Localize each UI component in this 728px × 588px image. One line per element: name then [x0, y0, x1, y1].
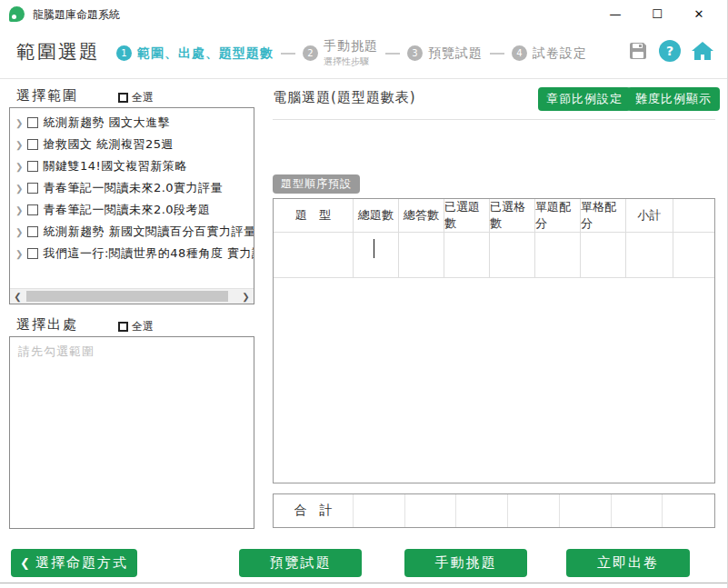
range-section-title: 選擇範圍 [16, 87, 78, 105]
range-tree-item[interactable]: ❯關鍵雙14!國文複習新策略 [10, 155, 254, 177]
generate-paper-button[interactable]: 立即出卷 [566, 549, 690, 577]
cell-extra[interactable] [673, 233, 714, 278]
expand-chevron-icon[interactable]: ❯ [15, 227, 23, 237]
range-tree-item[interactable]: ❯統測新趨勢 新國文閱讀百分百實力評量 [10, 221, 254, 243]
total-cell [354, 494, 405, 527]
difficulty-ratio-button[interactable]: 難度比例顯示 [627, 87, 720, 111]
titlebar: 龍騰題庫命題系統 — ☐ ✕ [0, 0, 727, 27]
cell-points-per-question[interactable] [535, 233, 581, 278]
step-2-manual-pick[interactable]: 2 手動挑題 選擇性步驟 [303, 38, 378, 68]
app-logo-icon [9, 6, 25, 22]
item-checkbox[interactable] [27, 117, 38, 128]
expand-chevron-icon[interactable]: ❯ [15, 184, 23, 194]
wizard-steps: 1 範圍、出處、題型題數 2 手動挑題 選擇性步驟 3 預覽試題 4 試卷設定 [116, 27, 587, 79]
wizard-header: 範圍選題 1 範圍、出處、題型題數 2 手動挑題 選擇性步驟 3 預覽試題 4 [0, 27, 727, 79]
step-4-number: 4 [512, 45, 527, 61]
source-section-title: 選擇出處 [16, 316, 78, 334]
app-window: 龍騰題庫命題系統 — ☐ ✕ 範圍選題 1 範圍、出處、題型題數 2 手動挑題 … [0, 0, 728, 588]
total-cell [663, 494, 714, 527]
range-tree-item[interactable]: ❯青春筆記一閱讀未來2.0段考題 [10, 199, 254, 221]
source-select-all[interactable]: 全選 [118, 319, 154, 334]
manual-pick-button[interactable]: 手動挑題 [404, 549, 527, 577]
step-connector [281, 53, 295, 55]
expand-chevron-icon[interactable]: ❯ [15, 162, 23, 172]
total-cell [405, 494, 457, 527]
source-list[interactable]: 請先勾選範圍 [9, 336, 254, 529]
step-3-number: 3 [407, 45, 423, 61]
maximize-button[interactable]: ☐ [636, 0, 678, 27]
cell-total-questions[interactable] [354, 233, 399, 278]
window-bottom-edge [0, 583, 727, 583]
item-checkbox[interactable] [27, 139, 38, 150]
scroll-right-icon[interactable]: ❯ [238, 289, 254, 304]
totals-label: 合 計 [274, 494, 354, 527]
col-subtotal: 小計 [626, 199, 673, 233]
source-select-all-checkbox[interactable] [118, 322, 128, 332]
minimize-button[interactable]: — [594, 0, 636, 27]
step-2-number: 2 [303, 45, 318, 61]
step-4-paper-settings[interactable]: 4 試卷設定 [512, 45, 587, 62]
table-header-row: 題 型 總題數 總答數 已選題數 已選格數 單題配分 單格配分 小計 [274, 199, 714, 233]
help-icon[interactable]: ? [659, 40, 681, 62]
step-2-subtitle: 選擇性步驟 [324, 55, 378, 68]
range-tree-item[interactable]: ❯搶救國文 統測複習25週 [10, 134, 254, 155]
cell-question-type[interactable] [274, 233, 354, 278]
range-tree-item[interactable]: ❯青春筆記一閱讀未來2.0實力評量 [10, 177, 254, 199]
cell-selected-questions[interactable] [444, 233, 490, 278]
cell-total-answers[interactable] [399, 233, 444, 278]
question-order-default-tag[interactable]: 題型順序預設 [273, 174, 360, 194]
preview-questions-button[interactable]: 預覽試題 [239, 549, 362, 577]
total-cell [456, 494, 508, 527]
divider [273, 119, 715, 120]
cell-points-per-blank[interactable] [581, 233, 626, 278]
col-selected-questions: 已選題數 [444, 199, 490, 233]
cell-subtotal[interactable] [626, 233, 673, 278]
chapter-ratio-button[interactable]: 章節比例設定 [538, 87, 631, 111]
total-cell [508, 494, 560, 527]
col-total-questions: 總題數 [354, 199, 399, 233]
step-connector [490, 53, 504, 55]
col-points-per-blank: 單格配分 [581, 199, 626, 233]
totals-row: 合 計 [273, 493, 715, 528]
range-select-all-checkbox[interactable] [118, 93, 128, 103]
total-cell [560, 494, 612, 527]
expand-chevron-icon[interactable]: ❯ [15, 118, 23, 128]
scroll-left-icon[interactable]: ❮ [10, 289, 25, 304]
range-tree-item[interactable]: ❯我們這一行:閱讀世界的48種角度 實力評 [10, 243, 254, 264]
col-question-type: 題 型 [274, 199, 354, 233]
back-chevron-icon: ❮ [20, 556, 30, 570]
range-tree: ❯統測新趨勢 國文大進擊 ❯搶救國文 統測複習25週 ❯關鍵雙14!國文複習新策… [9, 107, 254, 304]
total-cell [612, 494, 663, 527]
step-connector [385, 53, 400, 55]
step-3-preview[interactable]: 3 預覽試題 [407, 45, 483, 62]
horizontal-scrollbar[interactable]: ❮ ❯ [10, 288, 254, 304]
col-extra [673, 199, 714, 233]
cell-selected-blanks[interactable] [490, 233, 535, 278]
text-caret [374, 239, 374, 258]
item-checkbox[interactable] [27, 161, 38, 172]
home-icon[interactable] [691, 40, 714, 62]
item-checkbox[interactable] [27, 183, 38, 194]
col-selected-blanks: 已選格數 [490, 199, 535, 233]
step-1-range[interactable]: 1 範圍、出處、題型題數 [116, 45, 274, 62]
item-checkbox[interactable] [27, 226, 38, 237]
range-select-all[interactable]: 全選 [118, 90, 154, 105]
page-title: 範圍選題 [16, 39, 100, 65]
app-title: 龍騰題庫命題系統 [33, 7, 120, 23]
save-icon[interactable] [627, 40, 649, 62]
scrollbar-thumb[interactable] [26, 291, 228, 302]
computer-selection-title: 電腦選題(題型題數表) [273, 89, 416, 106]
col-total-answers: 總答數 [399, 199, 444, 233]
expand-chevron-icon[interactable]: ❯ [15, 249, 23, 259]
source-placeholder: 請先勾選範圍 [18, 344, 95, 360]
item-checkbox[interactable] [27, 204, 38, 215]
expand-chevron-icon[interactable]: ❯ [15, 205, 23, 215]
range-tree-item[interactable]: ❯統測新趨勢 國文大進擊 [10, 112, 254, 134]
item-checkbox[interactable] [27, 248, 38, 259]
expand-chevron-icon[interactable]: ❯ [15, 140, 23, 150]
col-points-per-question: 單題配分 [535, 199, 581, 233]
table-row[interactable] [274, 233, 714, 278]
question-type-table: 題 型 總題數 總答數 已選題數 已選格數 單題配分 單格配分 小計 [273, 198, 715, 483]
close-button[interactable]: ✕ [678, 0, 720, 27]
back-to-method-button[interactable]: ❮ 選擇命題方式 [11, 549, 137, 577]
